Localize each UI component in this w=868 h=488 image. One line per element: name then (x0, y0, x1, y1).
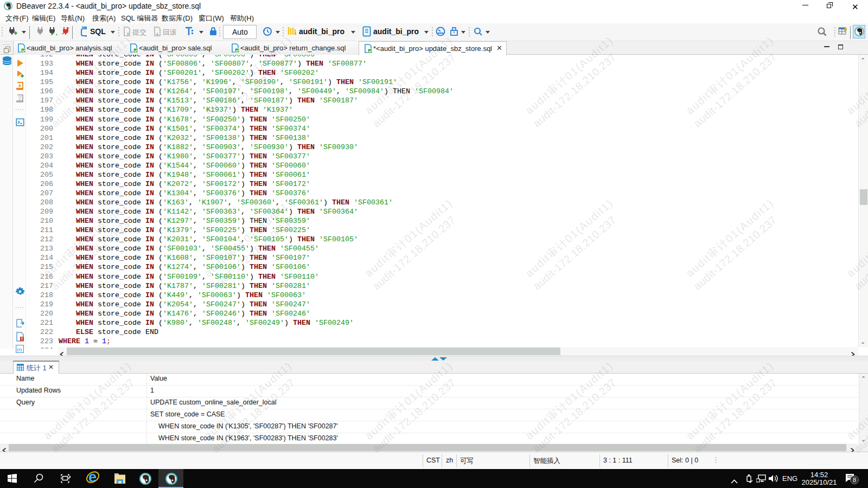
svg-text:(x): (x) (17, 347, 22, 352)
